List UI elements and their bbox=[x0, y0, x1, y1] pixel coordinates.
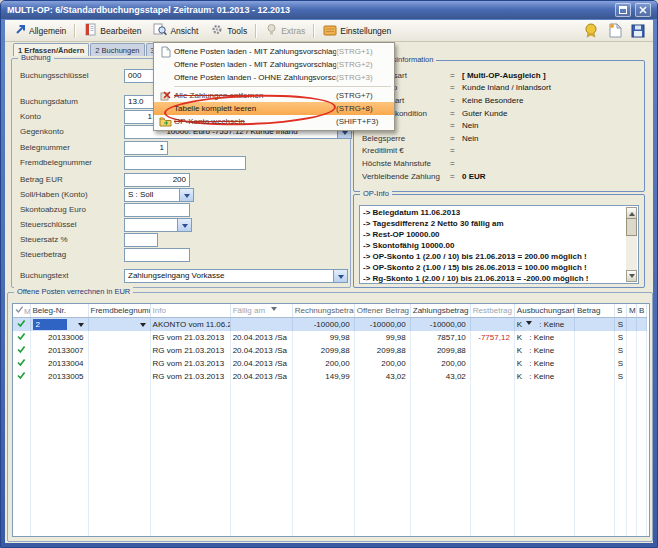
beleg-nr-cell[interactable]: 20133005 bbox=[30, 370, 88, 383]
ausbuchungsart-cell[interactable]: K: Keine bbox=[514, 344, 574, 357]
row-checked-cell[interactable] bbox=[13, 331, 30, 344]
restbetrag-cell bbox=[470, 370, 514, 383]
steuersatz-input[interactable] bbox=[124, 233, 158, 247]
empty-cell bbox=[574, 448, 614, 461]
op-info-line: -> OP-Skonto 1 (2.00 / 10) bis 21.06.201… bbox=[360, 251, 625, 262]
fremdbelegnummer-cell[interactable] bbox=[88, 318, 150, 332]
beleg-nr-cell[interactable]: 20133006 bbox=[30, 331, 88, 344]
dropdown-arrow-icon[interactable] bbox=[140, 323, 146, 330]
menubar-item-tools[interactable]: Tools bbox=[204, 21, 253, 40]
save-button[interactable] bbox=[631, 24, 645, 38]
ausbuchungsart-cell[interactable]: K: Keine bbox=[514, 318, 574, 332]
column-header-Offener Betrag[interactable]: Offener Betrag bbox=[354, 304, 410, 318]
menu-item[interactable]: Offene Posten laden - MIT Zahlungsvorsch… bbox=[154, 58, 394, 71]
column-header-Rechnungsbetrag[interactable]: Rechnungsbetrag bbox=[292, 304, 354, 318]
empty-cell bbox=[574, 461, 614, 474]
new-document-button[interactable] bbox=[609, 23, 622, 38]
column-header-Info[interactable]: Info bbox=[150, 304, 230, 318]
empty-cell bbox=[13, 383, 30, 396]
scroll-down-icon[interactable] bbox=[626, 270, 637, 282]
steuerbetrag-input[interactable] bbox=[124, 248, 190, 262]
zahlungsbetrag-cell[interactable]: 7857,10 bbox=[410, 331, 470, 344]
chevron-down-icon[interactable] bbox=[179, 188, 194, 202]
menubar-item-einstellungen[interactable]: Einstellungen bbox=[317, 22, 397, 40]
m-cell bbox=[626, 318, 636, 332]
menu-item[interactable]: Offene Posten laden - MIT Zahlungsvorsch… bbox=[154, 45, 394, 58]
empty-cell bbox=[88, 526, 150, 537]
book-stamp-button[interactable] bbox=[583, 23, 600, 38]
fremdbelegnummer-input[interactable] bbox=[124, 156, 246, 170]
beleg-nr-selected-value[interactable]: 2 bbox=[33, 319, 67, 330]
column-header-B[interactable]: B bbox=[636, 304, 646, 318]
zahlungsbetrag-cell[interactable]: 43,02 bbox=[410, 370, 470, 383]
column-header-Beleg-Nr.[interactable]: Beleg-Nr. bbox=[30, 304, 88, 318]
info-row-label: Kreditlimit € bbox=[362, 146, 450, 155]
chevron-down-icon[interactable] bbox=[333, 269, 348, 283]
skontoabzug-input[interactable] bbox=[124, 203, 190, 217]
fremdbelegnummer-cell[interactable] bbox=[88, 357, 150, 370]
fremdbelegnummer-cell[interactable] bbox=[88, 331, 150, 344]
dropdown-arrow-icon[interactable] bbox=[78, 323, 84, 330]
column-header-Zahlungsbetrag[interactable]: Zahlungsbetrag bbox=[410, 304, 470, 318]
table-row[interactable]: 20133004RG vom 21.03.201320.04.2013 /Sa2… bbox=[13, 357, 647, 370]
column-header-S[interactable]: S bbox=[614, 304, 626, 318]
menu-item[interactable]: Offene Posten landen - OHNE Zahlungsvors… bbox=[154, 71, 394, 84]
table-row[interactable]: 20133006RG vom 21.03.201320.04.2013 /Sa9… bbox=[13, 331, 647, 344]
row-checked-cell[interactable] bbox=[13, 344, 30, 357]
ausbuchungsart-cell[interactable]: K: Keine bbox=[514, 331, 574, 344]
fremdbelegnummer-cell[interactable] bbox=[88, 344, 150, 357]
zahlungsbetrag-cell[interactable]: -10000,00 bbox=[410, 318, 470, 332]
betrag-eur-input[interactable]: 200 bbox=[124, 173, 190, 187]
row-checked-cell[interactable] bbox=[13, 370, 30, 383]
column-header-Ausbuchungsart[interactable]: Ausbuchungsart bbox=[514, 304, 574, 318]
column-header-Betrag[interactable]: Betrag bbox=[574, 304, 614, 318]
info-row-value: Kunde Inland / Inlandsort bbox=[462, 83, 551, 92]
belegnummer-input[interactable]: 1 bbox=[124, 141, 168, 155]
menu-item[interactable]: OP-Konto wechseln(SHIFT+F3) bbox=[154, 115, 394, 128]
table-row[interactable]: 2AKONTO vom 11.06.201-10000,00-10000,00-… bbox=[13, 318, 647, 332]
table-row[interactable]: 20133005RG vom 21.03.201320.04.2013 /Sa1… bbox=[13, 370, 647, 383]
menubar-item-allgemein[interactable]: Allgemein bbox=[9, 22, 72, 39]
menubar-item-extras[interactable]: Extras bbox=[259, 21, 311, 40]
ausbuchungsart-cell[interactable]: K: Keine bbox=[514, 370, 574, 383]
konto-input[interactable]: 1 bbox=[124, 110, 156, 124]
column-header-select[interactable]: M bbox=[13, 304, 30, 318]
menu-item[interactable]: Alle Zahlungen entfernen(STRG+7) bbox=[154, 89, 394, 102]
column-header-Restbetrag[interactable]: Restbetrag bbox=[470, 304, 514, 318]
column-header-M[interactable]: M bbox=[626, 304, 636, 318]
fremdbelegnummer-cell[interactable] bbox=[88, 370, 150, 383]
row-checked-cell[interactable] bbox=[13, 318, 30, 332]
empty-cell bbox=[88, 461, 150, 474]
beleg-nr-cell[interactable]: 20133004 bbox=[30, 357, 88, 370]
tab-buchungen[interactable]: 2 Buchungen bbox=[90, 43, 144, 56]
dropdown-arrow-icon[interactable] bbox=[526, 321, 532, 328]
chevron-down-icon[interactable] bbox=[177, 218, 192, 232]
equals-sign: = bbox=[450, 83, 462, 92]
op-info-scrollbar[interactable] bbox=[626, 207, 637, 282]
beleg-nr-cell[interactable]: 2 bbox=[30, 318, 88, 332]
empty-cell bbox=[354, 500, 410, 513]
steuerschluessel-combo[interactable] bbox=[124, 218, 192, 232]
column-header-Fremdbelegnummer[interactable]: Fremdbelegnummer bbox=[88, 304, 150, 318]
menubar-item-bearbeiten[interactable]: Bearbeiten bbox=[78, 21, 147, 40]
zahlungsbetrag-cell[interactable]: 200,00 bbox=[410, 357, 470, 370]
menu-item[interactable]: Tabelle komplett leeren(STRG+8) bbox=[154, 102, 394, 115]
zahlungsbetrag-cell[interactable]: 2099,88 bbox=[410, 344, 470, 357]
m-cell bbox=[626, 357, 636, 370]
row-checked-cell[interactable] bbox=[13, 357, 30, 370]
title-bar[interactable]: MULTI-OP: 6/Standardbuchungsstapel Zeitr… bbox=[1, 1, 657, 19]
table-row[interactable]: 20133007RG vom 21.03.201320.04.2013 /Sa2… bbox=[13, 344, 647, 357]
scrollbar-thumb[interactable] bbox=[626, 218, 637, 236]
column-header-Fällig am[interactable]: Fällig am bbox=[230, 304, 292, 318]
info-cell: RG vom 21.03.2013 bbox=[150, 370, 230, 383]
soll-haben-combo[interactable]: S : Soll bbox=[124, 188, 194, 202]
info-row-value: Guter Kunde bbox=[462, 109, 507, 118]
empty-table-row bbox=[13, 461, 647, 474]
buchungstext-combo[interactable]: Zahlungseingang Vorkasse bbox=[124, 269, 348, 283]
close-button[interactable] bbox=[635, 3, 651, 17]
menubar-item-ansicht[interactable]: Ansicht bbox=[147, 21, 204, 40]
empty-cell bbox=[230, 487, 292, 500]
ausbuchungsart-cell[interactable]: K: Keine bbox=[514, 357, 574, 370]
beleg-nr-cell[interactable]: 20133007 bbox=[30, 344, 88, 357]
restore-button[interactable] bbox=[615, 3, 631, 17]
